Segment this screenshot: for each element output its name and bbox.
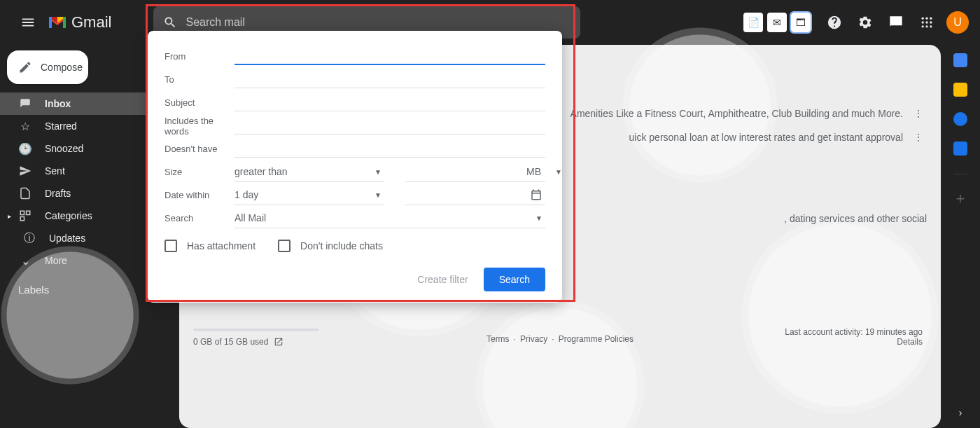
size-value-input[interactable] [408,167,526,177]
includes-label: Includes the words [164,116,234,137]
includes-input[interactable] [234,118,545,134]
notifications-button[interactable] [882,8,910,36]
svg-point-4 [930,18,932,20]
collapse-sidepanel-button[interactable]: › [959,407,962,418]
contacts-addon-icon[interactable] [953,141,967,156]
advanced-search-panel: From To Subject Includes the words Doesn… [148,31,562,303]
doesnt-have-label: Doesn't have [164,144,234,154]
checkbox-icon [164,240,177,252]
svg-point-10 [930,25,932,27]
activity-details-link[interactable]: Details [785,337,923,347]
mail-snippet: Amenities Like a Fitness Court, Amphithe… [570,108,903,119]
sidebar-item-label: Drafts [45,188,71,199]
extension-icons: 📄 ✉ 🗔 [743,13,811,32]
gmail-logo[interactable]: Gmail [48,13,111,32]
mail-snippet: uick personal loan at low interest rates… [629,132,903,143]
no-chats-checkbox[interactable]: Don't include chats [278,240,383,252]
no-chats-label: Don't include chats [300,240,383,251]
date-picker-field[interactable] [405,186,545,205]
activity-line: Last account activity: 19 minutes ago [785,327,923,337]
size-label: Size [164,167,234,177]
chevron-down-icon[interactable]: ▼ [555,168,562,176]
more-icon[interactable]: ⋮ [910,129,927,146]
subject-input[interactable] [234,95,545,111]
ext-icon-2[interactable]: ✉ [767,13,787,32]
search-in-label: Search [164,213,234,223]
pencil-icon [18,60,32,74]
has-attachment-label: Has attachment [187,240,255,251]
create-filter-button[interactable]: Create filter [409,268,476,291]
privacy-link[interactable]: Privacy [520,334,547,344]
send-icon [18,165,32,177]
file-icon [18,187,32,200]
mail-row[interactable]: Amenities Like a Fitness Court, Amphithe… [570,102,927,125]
gmail-wordmark: Gmail [71,13,111,32]
chevron-down-icon: ⌄ [18,254,32,268]
search-button[interactable]: Search [484,268,545,291]
get-addons-button[interactable]: + [956,190,965,208]
date-input[interactable] [408,190,530,200]
account-avatar[interactable]: U [946,11,969,34]
from-input[interactable] [234,48,545,65]
support-button[interactable] [820,8,848,36]
search-in-select[interactable]: All Mail ▼ [234,209,545,228]
ext-icon-3[interactable]: 🗔 [791,13,811,32]
sidebar-item-label: More [45,255,67,266]
svg-point-9 [925,25,927,27]
has-attachment-checkbox[interactable]: Has attachment [164,240,255,252]
inbox-icon [18,97,32,110]
keep-addon-icon[interactable] [953,83,967,97]
svg-point-8 [922,25,924,27]
settings-button[interactable] [851,8,879,36]
date-range-select[interactable]: 1 day ▼ [234,186,384,205]
date-range-value: 1 day [234,189,258,200]
search-icon [163,15,177,29]
svg-rect-11 [20,211,24,214]
calendar-icon[interactable] [530,188,542,201]
svg-point-7 [930,21,932,23]
compose-button[interactable]: Compose [7,50,88,84]
svg-point-2 [922,18,924,20]
svg-rect-13 [20,217,24,221]
svg-point-3 [925,18,927,20]
calendar-addon-icon[interactable] [953,53,967,67]
ext-icon-1[interactable]: 📄 [743,13,763,32]
subject-label: Subject [164,97,234,108]
info-icon: ⓘ [22,231,36,246]
svg-rect-1 [63,17,66,28]
google-apps-button[interactable] [913,8,941,36]
size-operator-value: greater than [234,166,288,177]
doesnt-have-input[interactable] [234,141,545,158]
terms-link[interactable]: Terms [486,334,510,344]
from-label: From [164,51,234,62]
svg-rect-0 [49,17,52,28]
to-input[interactable] [234,71,545,88]
svg-rect-12 [27,211,30,214]
chevron-down-icon: ▼ [374,191,382,199]
gmail-m-icon [48,15,67,30]
sidebar-item-label: Updates [49,233,85,244]
compose-label: Compose [41,62,83,73]
size-operator-select[interactable]: greater than ▼ [234,163,384,182]
sidebar-item-label: Snoozed [45,143,83,154]
size-unit-label: MB [526,166,541,177]
more-icon[interactable]: ⋮ [910,105,927,122]
size-value-field[interactable]: MB ▼ [405,163,545,182]
date-within-label: Date within [164,190,234,200]
to-label: To [164,74,234,85]
main-menu-button[interactable] [11,6,45,39]
labels-title: Labels [18,284,49,296]
side-panel: + › [941,45,980,428]
chevron-right-icon[interactable]: ▸ [4,212,14,220]
mail-row[interactable]: uick personal loan at low interest rates… [629,126,927,149]
mail-row[interactable]: , dating services and other social [784,207,927,230]
divider [953,174,967,174]
policies-link[interactable]: Programme Policies [559,334,634,344]
sidebar-item-label: Categories [45,210,92,221]
chevron-down-icon: ▼ [374,168,382,176]
search-input[interactable] [186,16,570,29]
svg-point-5 [922,21,924,23]
mail-snippet: , dating services and other social [784,213,927,224]
tasks-addon-icon[interactable] [953,112,967,126]
checkbox-icon [278,240,290,252]
